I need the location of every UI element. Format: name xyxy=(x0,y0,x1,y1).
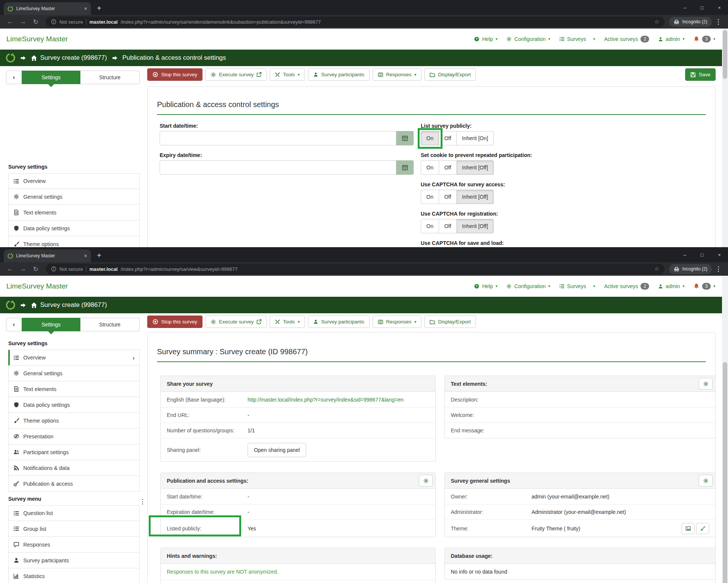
minimize-button[interactable]: – xyxy=(676,5,693,11)
toggle-on-button[interactable]: On xyxy=(421,160,439,175)
theme-options-button[interactable] xyxy=(696,523,709,534)
forward-button[interactable]: → xyxy=(17,18,29,26)
toggle-off-button[interactable]: Off xyxy=(439,131,457,145)
sidebar-item-participant-settings[interactable]: Participant settings xyxy=(8,444,140,460)
tools-button[interactable]: Tools▾ xyxy=(270,316,305,328)
reload-button[interactable]: ↻ xyxy=(30,265,41,273)
scrollbar[interactable] xyxy=(722,29,728,247)
sidebar-item-text-elements[interactable]: Text elements xyxy=(8,381,140,397)
nav-configuration[interactable]: Configuration▾ xyxy=(506,283,550,289)
start-datetime-input[interactable] xyxy=(160,131,396,145)
sidebar-item-presentation[interactable]: Presentation xyxy=(8,429,140,444)
tools-button[interactable]: Tools▾ xyxy=(270,68,305,81)
url-field[interactable]: Not secure master.local/index.php?r=admi… xyxy=(46,264,665,274)
nav-admin[interactable]: admin▾ xyxy=(658,283,684,289)
nav-help[interactable]: Help▾ xyxy=(474,283,497,289)
display-export-button[interactable]: Display/Export xyxy=(424,68,476,81)
display-export-button[interactable]: Display/Export xyxy=(424,316,476,328)
browser-tab[interactable]: LimeSurvey Master × xyxy=(4,249,91,262)
app-brand[interactable]: LimeSurvey Master xyxy=(6,35,68,43)
tab-structure[interactable]: Structure xyxy=(80,318,140,331)
toggle-inherit-button[interactable]: Inherit [Off] xyxy=(457,160,494,175)
expiry-datetime-input[interactable] xyxy=(160,160,396,175)
sidebar-item-text-elements[interactable]: Text elements xyxy=(8,205,140,221)
close-button[interactable]: × xyxy=(711,5,728,11)
nav-surveys[interactable]: Surveys▾ xyxy=(559,283,595,289)
sidebar-collapse-button[interactable]: ‹ xyxy=(6,318,22,331)
tab-settings[interactable]: Settings xyxy=(22,318,80,331)
nav-active-surveys[interactable]: Active surveys 2 xyxy=(604,36,649,42)
minimize-button[interactable]: – xyxy=(676,252,693,258)
sidebar-item-notifications-data[interactable]: Notifications & data xyxy=(8,460,140,476)
app-brand[interactable]: LimeSurvey Master xyxy=(6,282,68,290)
maximize-button[interactable]: □ xyxy=(693,5,711,11)
sidebar-collapse-button[interactable]: ‹ xyxy=(6,71,22,84)
back-button[interactable]: ← xyxy=(5,265,16,273)
theme-preview-button[interactable] xyxy=(681,523,695,534)
sidebar-item-survey-participants[interactable]: Survey participants xyxy=(8,553,140,568)
sidebar-item-data-policy[interactable]: Data policy settings xyxy=(8,221,140,236)
stop-survey-button[interactable]: Stop this survey xyxy=(147,68,202,81)
nav-admin[interactable]: admin▾ xyxy=(658,36,684,42)
nav-surveys[interactable]: Surveys▾ xyxy=(559,36,595,42)
nav-configuration[interactable]: Configuration▾ xyxy=(506,36,550,42)
sidebar-item-general-settings[interactable]: General settings xyxy=(8,366,140,381)
new-tab-button[interactable]: + xyxy=(97,252,101,259)
sidebar-item-theme-options[interactable]: Theme options xyxy=(8,236,140,247)
text-elements-settings-button[interactable] xyxy=(699,378,713,390)
toggle-on-button[interactable]: On xyxy=(421,190,439,204)
breadcrumb-survey-link[interactable]: Survey create (998677) xyxy=(31,54,107,62)
sidebar-item-overview[interactable]: Overview xyxy=(8,173,140,189)
tab-settings[interactable]: Settings xyxy=(22,71,80,84)
nav-active-surveys[interactable]: Active surveys 2 xyxy=(604,283,649,290)
sidebar-item-general-settings[interactable]: General settings xyxy=(8,189,140,205)
toggle-inherit-button[interactable]: Inherit [Off] xyxy=(457,190,494,204)
sidebar-item-question-list[interactable]: Question list xyxy=(8,505,140,521)
browser-menu-icon[interactable] xyxy=(718,269,719,270)
tab-close-icon[interactable]: × xyxy=(84,253,87,259)
maximize-button[interactable]: □ xyxy=(693,252,711,258)
sidebar-item-group-list[interactable]: Group list xyxy=(8,521,140,537)
open-sharing-panel-button[interactable]: Open sharing panel xyxy=(248,443,306,457)
toggle-off-button[interactable]: Off xyxy=(439,219,457,233)
breadcrumb-survey-link[interactable]: Survey create (998677) xyxy=(31,301,107,309)
scrollbar[interactable] xyxy=(722,276,728,583)
sidebar-item-overview[interactable]: Overview› xyxy=(8,350,140,366)
sidebar-item-data-policy[interactable]: Data policy settings xyxy=(8,397,140,413)
toggle-on-button[interactable]: On xyxy=(421,219,439,233)
bookmark-star-icon[interactable]: ☆ xyxy=(654,266,659,272)
tab-structure[interactable]: Structure xyxy=(80,71,140,84)
survey-participants-button[interactable]: Survey participants xyxy=(308,316,370,328)
reload-button[interactable]: ↻ xyxy=(30,18,41,26)
execute-survey-button[interactable]: Execute survey xyxy=(205,68,267,81)
browser-tab[interactable]: LimeSurvey Master × xyxy=(4,2,91,15)
toggle-inherit-button[interactable]: Inherit [On] xyxy=(457,131,494,145)
back-button[interactable]: ← xyxy=(5,18,16,26)
execute-survey-button[interactable]: Execute survey xyxy=(205,316,267,328)
survey-participants-button[interactable]: Survey participants xyxy=(308,68,370,81)
forward-button[interactable]: → xyxy=(17,265,29,273)
toggle-off-button[interactable]: Off xyxy=(439,190,457,204)
publication-settings-button[interactable] xyxy=(419,475,433,486)
toggle-inherit-button[interactable]: Inherit [Off] xyxy=(457,219,494,233)
survey-url-link[interactable]: http://master.local/index.php?r=survey/i… xyxy=(248,397,403,403)
tab-close-icon[interactable]: × xyxy=(84,6,87,12)
sidebar-item-statistics[interactable]: Statistics xyxy=(8,568,140,583)
toggle-off-button[interactable]: Off xyxy=(439,160,457,175)
close-button[interactable]: × xyxy=(711,252,728,258)
general-settings-button[interactable] xyxy=(699,475,713,486)
sidebar-item-responses[interactable]: Responses xyxy=(8,537,140,553)
bookmark-star-icon[interactable]: ☆ xyxy=(654,18,659,25)
url-field[interactable]: Not secure master.local/index.php?r=admi… xyxy=(46,17,665,27)
responses-button[interactable]: Responses▾ xyxy=(373,68,422,81)
stop-survey-button[interactable]: Stop this survey xyxy=(147,316,202,328)
nav-notifications[interactable]: 3 ▾ xyxy=(693,283,715,290)
responses-button[interactable]: Responses▾ xyxy=(373,316,422,328)
scrollbar-thumb[interactable] xyxy=(723,30,727,79)
sidebar-item-theme-options[interactable]: Theme options xyxy=(8,413,140,429)
sidebar-resize-handle[interactable] xyxy=(142,501,143,502)
start-calendar-button[interactable] xyxy=(396,131,414,145)
nav-help[interactable]: Help▾ xyxy=(474,36,497,42)
expiry-calendar-button[interactable] xyxy=(396,160,414,175)
nav-notifications[interactable]: 3 ▾ xyxy=(693,36,715,42)
